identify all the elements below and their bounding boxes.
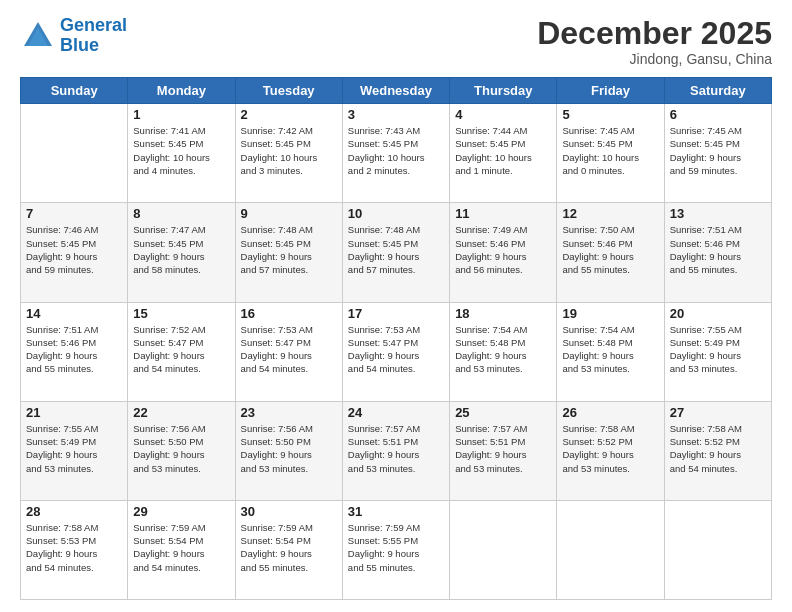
calendar-cell: 7Sunrise: 7:46 AMSunset: 5:45 PMDaylight… [21, 203, 128, 302]
calendar-cell: 11Sunrise: 7:49 AMSunset: 5:46 PMDayligh… [450, 203, 557, 302]
cell-info: Sunrise: 7:43 AMSunset: 5:45 PMDaylight:… [348, 124, 444, 177]
calendar-cell: 13Sunrise: 7:51 AMSunset: 5:46 PMDayligh… [664, 203, 771, 302]
calendar-cell: 18Sunrise: 7:54 AMSunset: 5:48 PMDayligh… [450, 302, 557, 401]
cell-info: Sunrise: 7:50 AMSunset: 5:46 PMDaylight:… [562, 223, 658, 276]
calendar-cell [557, 500, 664, 599]
calendar-cell: 30Sunrise: 7:59 AMSunset: 5:54 PMDayligh… [235, 500, 342, 599]
day-number: 13 [670, 206, 766, 221]
day-number: 15 [133, 306, 229, 321]
calendar-cell: 15Sunrise: 7:52 AMSunset: 5:47 PMDayligh… [128, 302, 235, 401]
calendar-cell: 25Sunrise: 7:57 AMSunset: 5:51 PMDayligh… [450, 401, 557, 500]
header: General Blue December 2025 Jindong, Gans… [20, 16, 772, 67]
calendar-cell: 2Sunrise: 7:42 AMSunset: 5:45 PMDaylight… [235, 104, 342, 203]
calendar-cell: 9Sunrise: 7:48 AMSunset: 5:45 PMDaylight… [235, 203, 342, 302]
day-number: 6 [670, 107, 766, 122]
day-number: 25 [455, 405, 551, 420]
cell-info: Sunrise: 7:58 AMSunset: 5:52 PMDaylight:… [562, 422, 658, 475]
cell-info: Sunrise: 7:59 AMSunset: 5:54 PMDaylight:… [133, 521, 229, 574]
day-number: 2 [241, 107, 337, 122]
weekday-header-tuesday: Tuesday [235, 78, 342, 104]
calendar-cell: 29Sunrise: 7:59 AMSunset: 5:54 PMDayligh… [128, 500, 235, 599]
calendar-cell: 10Sunrise: 7:48 AMSunset: 5:45 PMDayligh… [342, 203, 449, 302]
calendar-week-1: 1Sunrise: 7:41 AMSunset: 5:45 PMDaylight… [21, 104, 772, 203]
weekday-header-row: SundayMondayTuesdayWednesdayThursdayFrid… [21, 78, 772, 104]
day-number: 20 [670, 306, 766, 321]
cell-info: Sunrise: 7:57 AMSunset: 5:51 PMDaylight:… [348, 422, 444, 475]
cell-info: Sunrise: 7:53 AMSunset: 5:47 PMDaylight:… [348, 323, 444, 376]
cell-info: Sunrise: 7:45 AMSunset: 5:45 PMDaylight:… [562, 124, 658, 177]
calendar-cell: 26Sunrise: 7:58 AMSunset: 5:52 PMDayligh… [557, 401, 664, 500]
day-number: 16 [241, 306, 337, 321]
day-number: 27 [670, 405, 766, 420]
cell-info: Sunrise: 7:52 AMSunset: 5:47 PMDaylight:… [133, 323, 229, 376]
calendar-cell: 27Sunrise: 7:58 AMSunset: 5:52 PMDayligh… [664, 401, 771, 500]
cell-info: Sunrise: 7:55 AMSunset: 5:49 PMDaylight:… [26, 422, 122, 475]
cell-info: Sunrise: 7:57 AMSunset: 5:51 PMDaylight:… [455, 422, 551, 475]
day-number: 1 [133, 107, 229, 122]
location-subtitle: Jindong, Gansu, China [537, 51, 772, 67]
calendar-cell: 21Sunrise: 7:55 AMSunset: 5:49 PMDayligh… [21, 401, 128, 500]
day-number: 8 [133, 206, 229, 221]
calendar-cell: 22Sunrise: 7:56 AMSunset: 5:50 PMDayligh… [128, 401, 235, 500]
calendar-cell: 20Sunrise: 7:55 AMSunset: 5:49 PMDayligh… [664, 302, 771, 401]
calendar-cell: 1Sunrise: 7:41 AMSunset: 5:45 PMDaylight… [128, 104, 235, 203]
cell-info: Sunrise: 7:41 AMSunset: 5:45 PMDaylight:… [133, 124, 229, 177]
cell-info: Sunrise: 7:44 AMSunset: 5:45 PMDaylight:… [455, 124, 551, 177]
day-number: 17 [348, 306, 444, 321]
cell-info: Sunrise: 7:54 AMSunset: 5:48 PMDaylight:… [455, 323, 551, 376]
day-number: 7 [26, 206, 122, 221]
calendar-cell [21, 104, 128, 203]
day-number: 5 [562, 107, 658, 122]
cell-info: Sunrise: 7:55 AMSunset: 5:49 PMDaylight:… [670, 323, 766, 376]
day-number: 28 [26, 504, 122, 519]
weekday-header-wednesday: Wednesday [342, 78, 449, 104]
cell-info: Sunrise: 7:53 AMSunset: 5:47 PMDaylight:… [241, 323, 337, 376]
cell-info: Sunrise: 7:46 AMSunset: 5:45 PMDaylight:… [26, 223, 122, 276]
logo-line1: General [60, 15, 127, 35]
logo-text: General Blue [60, 16, 127, 56]
cell-info: Sunrise: 7:59 AMSunset: 5:54 PMDaylight:… [241, 521, 337, 574]
cell-info: Sunrise: 7:42 AMSunset: 5:45 PMDaylight:… [241, 124, 337, 177]
day-number: 31 [348, 504, 444, 519]
weekday-header-saturday: Saturday [664, 78, 771, 104]
calendar-cell [450, 500, 557, 599]
page: General Blue December 2025 Jindong, Gans… [0, 0, 792, 612]
day-number: 3 [348, 107, 444, 122]
day-number: 12 [562, 206, 658, 221]
weekday-header-friday: Friday [557, 78, 664, 104]
calendar-cell: 17Sunrise: 7:53 AMSunset: 5:47 PMDayligh… [342, 302, 449, 401]
title-area: December 2025 Jindong, Gansu, China [537, 16, 772, 67]
calendar-cell: 6Sunrise: 7:45 AMSunset: 5:45 PMDaylight… [664, 104, 771, 203]
logo-icon [20, 18, 56, 54]
weekday-header-monday: Monday [128, 78, 235, 104]
cell-info: Sunrise: 7:54 AMSunset: 5:48 PMDaylight:… [562, 323, 658, 376]
calendar-cell: 12Sunrise: 7:50 AMSunset: 5:46 PMDayligh… [557, 203, 664, 302]
day-number: 19 [562, 306, 658, 321]
cell-info: Sunrise: 7:49 AMSunset: 5:46 PMDaylight:… [455, 223, 551, 276]
day-number: 9 [241, 206, 337, 221]
logo: General Blue [20, 16, 127, 56]
calendar-cell: 24Sunrise: 7:57 AMSunset: 5:51 PMDayligh… [342, 401, 449, 500]
cell-info: Sunrise: 7:48 AMSunset: 5:45 PMDaylight:… [348, 223, 444, 276]
cell-info: Sunrise: 7:51 AMSunset: 5:46 PMDaylight:… [26, 323, 122, 376]
calendar-cell: 19Sunrise: 7:54 AMSunset: 5:48 PMDayligh… [557, 302, 664, 401]
calendar-table: SundayMondayTuesdayWednesdayThursdayFrid… [20, 77, 772, 600]
calendar-cell: 4Sunrise: 7:44 AMSunset: 5:45 PMDaylight… [450, 104, 557, 203]
day-number: 4 [455, 107, 551, 122]
day-number: 18 [455, 306, 551, 321]
calendar-week-4: 21Sunrise: 7:55 AMSunset: 5:49 PMDayligh… [21, 401, 772, 500]
day-number: 11 [455, 206, 551, 221]
cell-info: Sunrise: 7:56 AMSunset: 5:50 PMDaylight:… [133, 422, 229, 475]
day-number: 26 [562, 405, 658, 420]
day-number: 21 [26, 405, 122, 420]
cell-info: Sunrise: 7:48 AMSunset: 5:45 PMDaylight:… [241, 223, 337, 276]
calendar-week-5: 28Sunrise: 7:58 AMSunset: 5:53 PMDayligh… [21, 500, 772, 599]
calendar-cell: 23Sunrise: 7:56 AMSunset: 5:50 PMDayligh… [235, 401, 342, 500]
calendar-cell [664, 500, 771, 599]
day-number: 24 [348, 405, 444, 420]
cell-info: Sunrise: 7:45 AMSunset: 5:45 PMDaylight:… [670, 124, 766, 177]
day-number: 10 [348, 206, 444, 221]
calendar-cell: 14Sunrise: 7:51 AMSunset: 5:46 PMDayligh… [21, 302, 128, 401]
cell-info: Sunrise: 7:56 AMSunset: 5:50 PMDaylight:… [241, 422, 337, 475]
day-number: 22 [133, 405, 229, 420]
